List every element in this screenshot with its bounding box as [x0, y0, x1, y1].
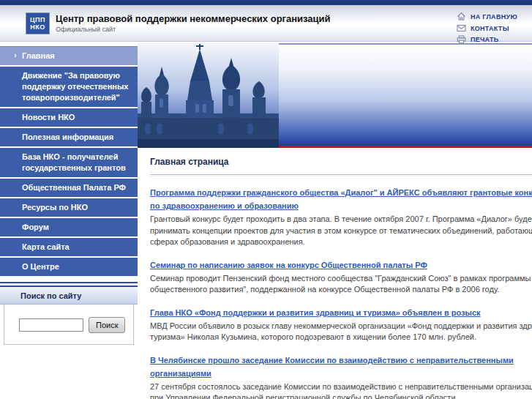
search-section-title: Поиск по сайту: [0, 287, 138, 305]
page-body: Главная страница Программа поддержки гра…: [138, 148, 532, 399]
news-link[interactable]: В Челябинске прошло заседание Комиссии п…: [150, 356, 514, 378]
sidebar-item-useful-info[interactable]: Полезная информация: [0, 128, 138, 148]
news-link[interactable]: Глава НКО «Фонд поддержки и развития здр…: [150, 308, 481, 317]
sidebar-menu: › Главная Движение "За правовую поддержк…: [0, 46, 138, 277]
top-navy-bar: [0, 0, 532, 5]
search-box: Поиск: [4, 305, 134, 345]
main-row: › Главная Движение "За правовую поддержк…: [0, 43, 532, 399]
sidebar-item-public-chamber[interactable]: Общественная Палата РФ: [0, 179, 138, 198]
logo-line2: НКО: [30, 23, 45, 31]
sidebar-item-about[interactable]: О Центре: [0, 258, 138, 277]
sidebar-item-forum[interactable]: Форум: [0, 218, 138, 238]
header-link-label: КОНТАКТЫ: [471, 25, 509, 32]
search-divider: [0, 282, 138, 287]
page-title: Главная страница: [150, 157, 532, 167]
news-text: Грантовый конкурс будет проходить в два …: [150, 214, 532, 248]
header-link-home[interactable]: НА ГЛАВНУЮ: [457, 12, 517, 21]
sidebar-item-movement[interactable]: Движение "За правовую поддержку отечеств…: [0, 67, 138, 108]
site-subtitle: Официальный сайт: [56, 26, 331, 33]
mail-icon: [457, 24, 466, 32]
news-item: В Челябинске прошло заседание Комиссии п…: [150, 353, 532, 399]
sidebar-item-resources[interactable]: Ресурсы по НКО: [0, 198, 138, 218]
news-text: МВД России объявило в розыск главу неком…: [150, 321, 532, 343]
cathedral-image: [138, 43, 279, 148]
title-divider: [150, 174, 532, 176]
news-item: Глава НКО «Фонд поддержки и развития здр…: [150, 305, 532, 343]
page: ЦПП НКО Центр правовой поддержки некомме…: [0, 0, 532, 399]
news-text: Семинар проводит Пензенский фонд местног…: [150, 273, 532, 296]
news-link[interactable]: Семинар по написанию заявок на конкурс О…: [150, 261, 427, 269]
news-text: 27 сентября состоялось заседание Комисси…: [150, 381, 532, 399]
sidebar-item-nko-base[interactable]: База НКО - получателей государственных г…: [0, 148, 138, 179]
header-link-contacts[interactable]: КОНТАКТЫ: [457, 24, 517, 32]
active-arrow-icon: ›: [14, 50, 17, 61]
content-column: Главная страница Программа поддержки гра…: [138, 43, 532, 399]
news-item: Программа поддержки гражданского обществ…: [150, 185, 532, 248]
site-title: Центр правовой поддержки некоммерческих …: [56, 13, 331, 24]
logo-line1: ЦПП: [30, 16, 45, 23]
header-banner: [138, 43, 532, 148]
sidebar-item-news[interactable]: Новости НКО: [0, 108, 138, 128]
title-wrap: Центр правовой поддержки некоммерческих …: [56, 13, 331, 33]
search-button[interactable]: Поиск: [89, 317, 125, 333]
sidebar-item-home[interactable]: › Главная: [0, 46, 138, 67]
news-item: Семинар по написанию заявок на конкурс О…: [150, 258, 532, 296]
sidebar-item-sitemap[interactable]: Карта сайта: [0, 238, 138, 258]
sidebar: › Главная Движение "За правовую поддержк…: [0, 43, 138, 399]
site-header: ЦПП НКО Центр правовой поддержки некомме…: [0, 5, 532, 42]
sidebar-item-label: Главная: [22, 51, 55, 60]
header-link-label: ПЕЧАТЬ: [471, 36, 499, 43]
site-logo: ЦПП НКО: [26, 12, 50, 34]
home-icon: [457, 12, 466, 21]
search-input[interactable]: [19, 318, 83, 332]
header-link-label: НА ГЛАВНУЮ: [471, 13, 517, 20]
news-link[interactable]: Программа поддержки гражданского обществ…: [150, 188, 532, 210]
header-links: НА ГЛАВНУЮ КОНТАКТЫ ПЕЧАТЬ: [457, 12, 517, 44]
